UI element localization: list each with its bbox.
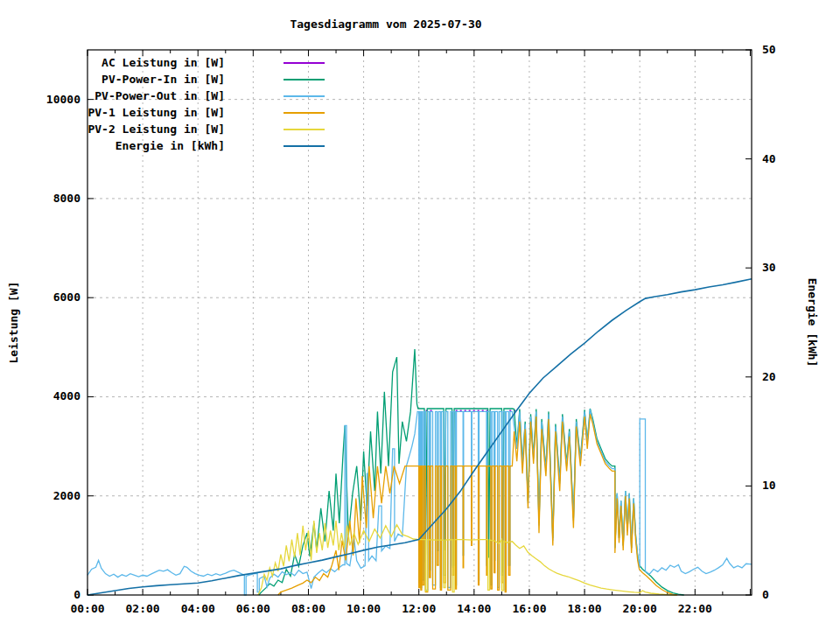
legend-label: PV-1 Leistung in [W]: [88, 106, 225, 119]
y-tick-label: 2000: [53, 489, 80, 502]
x-tick-label: 06:00: [236, 602, 270, 615]
y-axis-title: Leistung [W]: [7, 235, 20, 410]
y2-tick-label: 20: [762, 370, 776, 383]
y2-tick-label: 40: [762, 152, 776, 165]
legend-item: PV-1 Leistung in [W]: [88, 105, 325, 122]
y2-tick-label: 30: [762, 261, 776, 274]
y-tick-label: 4000: [53, 389, 80, 402]
chart-title: Tagesdiagramm vom 2025-07-30: [211, 18, 561, 31]
y2-tick-label: 10: [762, 479, 776, 492]
legend-label: AC Leistung in [W]: [102, 56, 225, 69]
x-tick-label: 04:00: [181, 602, 215, 615]
y2-axis-title: Energie [kWh]: [806, 235, 819, 410]
y2-tick-label: 0: [762, 588, 769, 601]
x-tick-label: 14:00: [457, 602, 491, 615]
legend-line-sample: [284, 79, 325, 80]
x-tick-label: 12:00: [402, 602, 436, 615]
x-tick-label: 02:00: [126, 602, 160, 615]
legend-line-sample: [284, 62, 325, 64]
legend-line-sample: [284, 112, 325, 114]
x-tick-label: 16:00: [512, 602, 546, 615]
y-tick-label: 10000: [46, 93, 80, 106]
x-tick-label: 00:00: [70, 602, 104, 615]
legend-label: PV-2 Leistung in [W]: [88, 122, 225, 136]
y-tick-label: 6000: [53, 290, 80, 304]
x-tick-label: 10:00: [346, 602, 381, 615]
legend-item: AC Leistung in [W]: [88, 55, 325, 72]
legend-item: PV-2 Leistung in [W]: [88, 122, 325, 138]
legend-item: PV-Power-Out in [W]: [88, 88, 325, 105]
series-line: [258, 521, 676, 595]
x-tick-label: 18:00: [567, 602, 601, 615]
legend-line-sample: [284, 145, 325, 147]
y2-tick-label: 50: [762, 43, 776, 56]
legend-label: PV-Power-Out in [W]: [94, 89, 225, 102]
x-tick-label: 08:00: [291, 602, 326, 615]
legend-line-sample: [284, 95, 325, 97]
legend-line-sample: [284, 129, 325, 130]
legend: AC Leistung in [W]PV-Power-In in [W]PV-P…: [88, 55, 325, 155]
legend-label: Energie in [kWh]: [116, 139, 225, 152]
y-tick-label: 0: [74, 588, 80, 601]
y-tick-label: 8000: [53, 192, 80, 205]
legend-item: Energie in [kWh]: [88, 138, 325, 155]
legend-label: PV-Power-In in [W]: [102, 73, 225, 86]
x-tick-label: 22:00: [678, 602, 712, 615]
chart-canvas: 00:0002:0004:0006:0008:0010:0012:0014:00…: [0, 0, 840, 630]
x-tick-label: 20:00: [623, 602, 657, 615]
legend-item: PV-Power-In in [W]: [88, 72, 325, 88]
